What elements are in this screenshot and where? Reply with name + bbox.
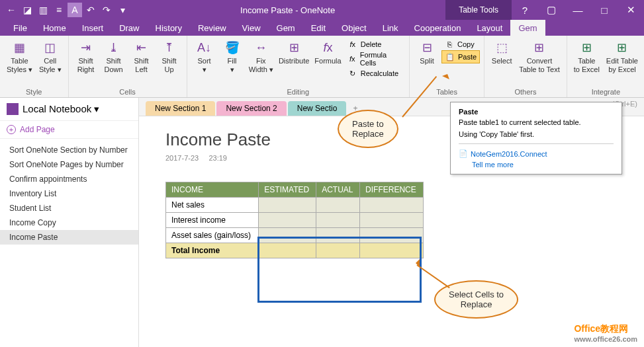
menu-gem-active[interactable]: Gem (510, 20, 545, 36)
notebook-icon (7, 103, 19, 115)
ribbon-toggle-icon[interactable]: ▢ (538, 0, 565, 20)
copy-button[interactable]: ⎘Copy (441, 38, 480, 50)
td[interactable] (259, 213, 316, 228)
split-icon: ⊟ (419, 40, 435, 56)
group-label: Integrate (592, 87, 620, 96)
page-item[interactable]: Sort OneNote Section by Number (0, 143, 138, 157)
th[interactable]: INCOME (166, 182, 259, 198)
td[interactable] (316, 243, 360, 258)
section-tab[interactable]: New Section 1 (146, 101, 215, 116)
notebook-selector[interactable]: Local Notebook ▾ (0, 98, 138, 120)
td[interactable]: Net sales (166, 198, 259, 213)
shift-up-button[interactable]: ⤒Shift Up (156, 38, 183, 75)
menu-home[interactable]: Home (35, 20, 74, 36)
income-table[interactable]: INCOME ESTIMATED ACTUAL DIFFERENCE Net s… (165, 182, 424, 258)
td-total[interactable]: Total Income (166, 243, 259, 258)
help-icon[interactable]: ? (512, 0, 538, 20)
td[interactable]: Interest income (166, 213, 259, 228)
td[interactable] (316, 198, 360, 213)
add-page-button[interactable]: + Add Page (0, 120, 138, 139)
maximize-icon[interactable]: □ (591, 0, 618, 20)
edit-table-excel-button[interactable]: ⊞Edit Table by Excel (604, 38, 641, 75)
fill-button[interactable]: 🪣Fill ▾ (219, 38, 246, 75)
cell-style-button[interactable]: ◫Cell Style ▾ (36, 38, 64, 75)
qat-btn[interactable]: A (68, 3, 82, 17)
menu-insert[interactable]: Insert (74, 20, 112, 36)
section-tab[interactable]: New Section 2 (216, 101, 286, 116)
formula-cells-button[interactable]: fxFormula Cells (345, 50, 405, 67)
shift-right-icon: ⇥ (78, 40, 94, 56)
section-tab[interactable]: New Sectio (288, 101, 347, 116)
page-list: Sort OneNote Section by Number Sort OneN… (0, 139, 138, 245)
td[interactable] (259, 198, 316, 213)
page-item[interactable]: Sort OneNote Pages by Number (0, 157, 138, 172)
split-button[interactable]: ⊟Split (414, 38, 440, 67)
paste-button[interactable]: 📋Paste (441, 50, 480, 63)
qat-more-icon[interactable]: ▾ (115, 3, 130, 17)
menu-link[interactable]: Link (375, 20, 406, 36)
fix-width-button[interactable]: ↔Fix Width ▾ (247, 38, 275, 75)
td[interactable] (360, 213, 424, 228)
menu-cooperation[interactable]: Cooperation (406, 20, 469, 36)
tooltip-title: Paste (459, 108, 614, 116)
menu-file[interactable]: File (5, 20, 35, 36)
shift-left-icon: ⇤ (134, 40, 150, 56)
fill-icon: 🪣 (224, 40, 240, 56)
select-button[interactable]: ⬚Select (488, 38, 515, 67)
menu-edit[interactable]: Edit (303, 20, 334, 36)
td[interactable] (360, 243, 424, 258)
qat-btn[interactable]: ≡ (52, 3, 66, 17)
shift-left-button[interactable]: ⇤Shift Left (128, 38, 155, 75)
menu-layout[interactable]: Layout (469, 20, 510, 36)
td[interactable] (259, 228, 316, 243)
sort-button[interactable]: A↓Sort ▾ (191, 38, 218, 75)
menu-view[interactable]: View (234, 20, 269, 36)
arrow-icon (412, 259, 420, 267)
menu-gem[interactable]: Gem (269, 20, 303, 36)
tooltip-link[interactable]: 📄NoteGem2016.Connect (459, 149, 614, 158)
table-styles-icon: ▦ (12, 40, 28, 56)
group-label: Style (26, 87, 42, 96)
tell-me-more-link[interactable]: Tell me more (459, 161, 614, 169)
table-styles-button[interactable]: ▦Table Styles ▾ (4, 38, 35, 75)
shift-right-button[interactable]: ⇥Shift Right (73, 38, 99, 75)
th[interactable]: DIFFERENCE (360, 182, 424, 198)
page-item[interactable]: Confirm appointments (0, 172, 138, 186)
sort-icon: A↓ (197, 40, 212, 56)
page-item[interactable]: Student List (0, 201, 138, 215)
minimize-icon[interactable]: — (565, 0, 591, 20)
td[interactable] (259, 243, 316, 258)
menu-object[interactable]: Object (334, 20, 375, 36)
close-icon[interactable]: ✕ (618, 0, 644, 20)
distribute-button[interactable]: ⊞Distribute (277, 38, 311, 67)
select-icon: ⬚ (494, 40, 510, 56)
th[interactable]: ESTIMATED (259, 182, 316, 198)
back-icon[interactable]: ← (4, 3, 19, 17)
qat-btn[interactable]: ▥ (36, 3, 50, 17)
th[interactable]: ACTUAL (316, 182, 360, 198)
td[interactable] (316, 228, 360, 243)
table-to-excel-button[interactable]: ⊞Table to Excel (571, 38, 602, 75)
td[interactable] (360, 228, 424, 243)
redo-icon[interactable]: ↷ (99, 3, 114, 17)
menu-review[interactable]: Review (190, 20, 234, 36)
undo-icon[interactable]: ↶ (83, 3, 98, 17)
convert-button[interactable]: ⊞Convert Table to Text (516, 38, 563, 75)
shift-down-button[interactable]: ⤓Shift Down (101, 38, 127, 75)
page-item-selected[interactable]: Income Paste (0, 230, 138, 245)
menu-history[interactable]: History (148, 20, 190, 36)
qat-btn[interactable]: ◪ (20, 3, 34, 17)
menu-draw[interactable]: Draw (111, 20, 147, 36)
td[interactable] (316, 213, 360, 228)
group-label: Others (514, 87, 536, 96)
formula-cells-icon: fx (347, 54, 357, 64)
formula-button[interactable]: fxFormula (312, 38, 343, 67)
page-item[interactable]: Income Copy (0, 215, 138, 230)
page-item[interactable]: Inventory List (0, 186, 138, 201)
formula-icon: fx (320, 40, 336, 56)
shift-up-icon: ⤒ (161, 40, 177, 56)
recalculate-button[interactable]: ↻Recalculate (345, 67, 405, 79)
td[interactable] (360, 198, 424, 213)
td[interactable]: Asset sales (gain/loss) (166, 228, 259, 243)
delete-button[interactable]: fxDelete (345, 38, 405, 50)
